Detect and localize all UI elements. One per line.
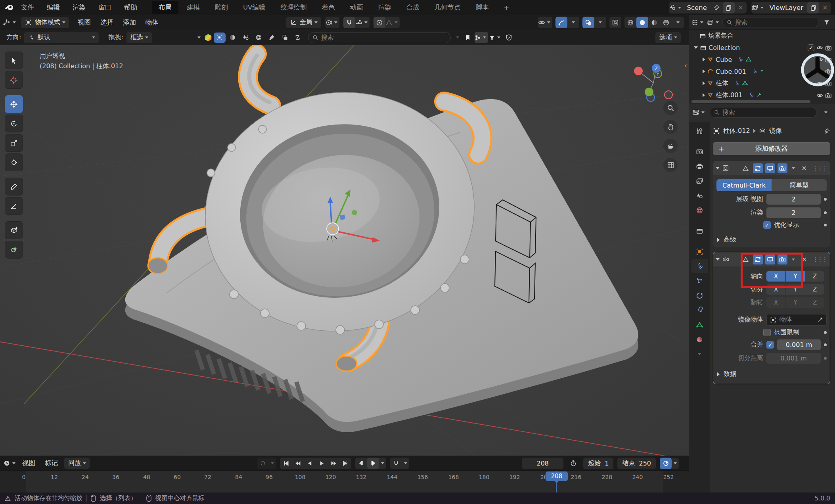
axis-z-button[interactable]: Z xyxy=(805,271,824,282)
camera-icon[interactable] xyxy=(825,56,832,63)
viewlayer-name[interactable]: ViewLayer xyxy=(766,4,807,11)
tab-scripting[interactable]: 脚本 xyxy=(469,1,495,14)
chevron-down-icon[interactable] xyxy=(792,167,795,169)
playhead-frame-badge[interactable]: 208 xyxy=(546,471,568,481)
viewlayer-delete-button[interactable]: ✕ xyxy=(819,2,831,13)
eyedropper-icon[interactable] xyxy=(817,317,823,323)
brush-gradient-icon[interactable] xyxy=(204,33,213,42)
expand-icon[interactable] xyxy=(716,167,720,169)
collection-checkbox[interactable]: ✓ xyxy=(808,44,814,51)
scene-new-button[interactable] xyxy=(723,2,735,13)
chevron-down-icon[interactable] xyxy=(456,36,459,38)
menu-add[interactable]: 添加 xyxy=(118,17,141,29)
menu-object[interactable]: 物体 xyxy=(141,17,163,29)
expand-icon[interactable] xyxy=(703,93,705,97)
merge-distance-field[interactable]: 0.001 m xyxy=(777,339,821,350)
rotate-tool[interactable] xyxy=(5,115,23,132)
pin-icon[interactable] xyxy=(824,128,830,134)
menu-render[interactable]: 渲染 xyxy=(67,1,92,14)
tab-render[interactable] xyxy=(691,145,708,158)
viewlayer-new-button[interactable] xyxy=(807,2,819,13)
mirror-modifier-header[interactable]: ✕ ⋮⋮⋮ xyxy=(713,252,830,266)
viewport-3d[interactable]: Z Y 用户透视 (208) Collection | 柱体.012 ‹ xyxy=(0,45,689,456)
levels-viewport-field[interactable]: 2 xyxy=(766,194,821,205)
current-frame-field[interactable]: 208 xyxy=(522,458,563,469)
add-cube-tool[interactable] xyxy=(5,221,23,239)
menu-help[interactable]: 帮助 xyxy=(118,1,143,14)
camera-view-button[interactable] xyxy=(663,139,678,153)
axis-y-button[interactable]: Y xyxy=(786,271,805,282)
shading-solid-button[interactable] xyxy=(636,17,648,28)
next-keyframe-button[interactable] xyxy=(327,458,339,469)
flip-y-button[interactable]: Y xyxy=(786,297,805,308)
timeline-editor-type-button[interactable] xyxy=(3,458,17,469)
jump-to-start-button[interactable] xyxy=(280,458,292,469)
flip-x-button[interactable]: X xyxy=(766,297,785,308)
playhead[interactable]: 208 xyxy=(556,471,557,493)
outliner-horizontal-scrollbar[interactable] xyxy=(691,100,810,103)
options-dropdown[interactable]: 选项 xyxy=(655,32,681,43)
data-section-header[interactable]: 数据 xyxy=(713,366,830,384)
camera-icon[interactable] xyxy=(825,92,832,99)
end-frame-field[interactable]: 结束 250 xyxy=(617,458,656,469)
zoom-button[interactable] xyxy=(663,101,678,115)
show-in-render-toggle[interactable] xyxy=(778,163,787,173)
shield-button[interactable] xyxy=(503,32,515,43)
gizmo-dropdown[interactable] xyxy=(567,17,579,28)
eye-icon[interactable] xyxy=(816,44,823,51)
proportional-falloff-select[interactable] xyxy=(385,17,400,28)
bookmark-button[interactable] xyxy=(462,32,474,43)
outliner-editor-type-button[interactable] xyxy=(691,17,705,28)
keyframe-dot[interactable] xyxy=(824,198,827,201)
eye-icon[interactable] xyxy=(816,92,823,99)
overlays-dropdown[interactable] xyxy=(594,17,606,28)
tool-stamp-icon[interactable] xyxy=(279,32,291,43)
scene-pin-button[interactable] xyxy=(711,2,723,13)
viewlayer-browse-button[interactable] xyxy=(751,2,766,13)
tab-world[interactable] xyxy=(691,203,708,217)
catmull-clark-button[interactable]: Catmull-Clark xyxy=(716,179,772,191)
clipping-checkbox[interactable] xyxy=(763,329,771,336)
direction-select[interactable]: 默认 xyxy=(24,32,99,43)
menu-select[interactable]: 选择 xyxy=(96,17,118,29)
properties-options-button[interactable] xyxy=(820,107,832,118)
add-modifier-button[interactable]: + 添加修改器 xyxy=(713,142,830,155)
timeline-snap-toggle[interactable] xyxy=(390,458,402,469)
tab-object-data[interactable] xyxy=(691,318,708,332)
play-reverse-button[interactable] xyxy=(304,458,316,469)
tool-search-input[interactable] xyxy=(321,34,446,41)
simple-button[interactable]: 简单型 xyxy=(772,179,827,191)
outliner-row-scene-collection[interactable]: 场景集合 xyxy=(689,30,835,42)
pivot-point-select[interactable] xyxy=(325,17,339,28)
eye-icon[interactable] xyxy=(816,80,823,87)
tab-collection[interactable] xyxy=(691,224,708,238)
filter-button[interactable] xyxy=(489,32,502,43)
snap-target-select[interactable] xyxy=(355,17,370,28)
keyframe-dot[interactable] xyxy=(824,343,827,346)
optimal-display-checkbox[interactable]: ✓ xyxy=(763,221,771,229)
chevron-down-icon[interactable] xyxy=(197,36,201,38)
shading-wireframe-button[interactable] xyxy=(624,17,636,28)
tab-modeling[interactable]: 建模 xyxy=(180,1,207,14)
eye-icon[interactable] xyxy=(816,68,823,75)
subdivision-modifier-header[interactable]: ✕ ⋮⋮⋮ xyxy=(713,161,830,175)
outliner-row-cylinder[interactable]: 柱体 xyxy=(689,77,835,89)
axis-x-positive[interactable] xyxy=(634,67,643,75)
tab-texture-paint[interactable]: 纹理绘制 xyxy=(274,1,313,14)
tab-scene[interactable] xyxy=(691,189,708,202)
scale-tool[interactable] xyxy=(5,134,23,152)
select-box-tool[interactable] xyxy=(5,52,23,69)
tab-rendering[interactable]: 渲染 xyxy=(371,1,398,14)
tab-compositing[interactable]: 合成 xyxy=(399,1,426,14)
visibility-controls[interactable] xyxy=(538,17,552,28)
timeline-menu-marker[interactable]: 标记 xyxy=(40,457,63,469)
drag-handle-icon[interactable]: ⋮⋮⋮ xyxy=(812,165,827,172)
ortho-grid-button[interactable] xyxy=(663,158,678,172)
tab-uv-editing[interactable]: UV编辑 xyxy=(236,1,272,14)
tab-shading[interactable]: 着色 xyxy=(315,1,341,14)
shading-dropdown[interactable] xyxy=(672,17,684,28)
catalog-tree-button[interactable] xyxy=(475,32,488,43)
menu-window[interactable]: 窗口 xyxy=(92,1,117,14)
outliner-filter-button[interactable] xyxy=(821,17,833,28)
annotate-tool[interactable] xyxy=(5,178,23,195)
